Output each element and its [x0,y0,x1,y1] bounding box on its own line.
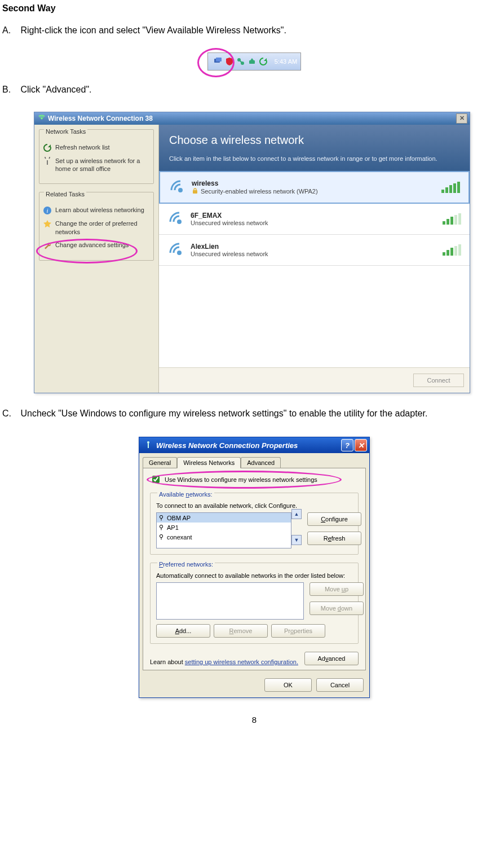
network-list: wireless Security-enabled wireless netwo… [159,171,470,367]
available-hint: To connect to an available network, clic… [156,502,352,509]
step-b: B. Click "Advanced". [2,82,504,98]
use-windows-checkbox-label: Use Windows to configure my wireless net… [165,476,317,483]
setup-wireless-network-link[interactable]: Set up a wireless network for a home or … [43,157,150,174]
adapter-icon: ⚲ [159,524,163,531]
svg-point-9 [178,188,183,192]
system-tray: 5:43 AM [207,52,301,71]
close-button[interactable]: ✕ [355,439,367,451]
svg-rect-5 [249,60,255,64]
svg-rect-23 [443,252,445,256]
move-up-button[interactable]: Move up [310,582,364,596]
list-item: ⚲AP1 [157,523,291,532]
monitor-icon[interactable] [214,57,223,66]
network-name: wireless [192,179,441,187]
tab-advanced[interactable]: Advanced [241,457,281,468]
svg-rect-11 [441,190,444,193]
svg-point-6 [41,117,43,120]
change-advanced-settings-link[interactable]: Change advanced settings [43,241,150,250]
window-title: Wireless Network Connection 38 [48,115,153,122]
svg-rect-1 [216,58,222,62]
learn-link-text: Learn about setting up wireless network … [150,659,298,665]
svg-rect-15 [457,182,460,193]
choose-network-heading: Choose a wireless network [169,134,459,147]
svg-point-16 [177,220,182,224]
tray-clock: 5:43 AM [275,58,297,65]
close-button[interactable]: ✕ [456,113,467,124]
svg-line-4 [239,60,242,63]
shield-icon[interactable] [225,57,234,66]
choose-network-subtitle: Click an item in the list below to conne… [169,155,459,163]
antenna-icon [43,157,52,166]
available-networks-legend: Available networks: [157,491,214,498]
svg-rect-26 [454,246,457,256]
preferred-hint: Automatically connect to available netwo… [156,572,352,579]
svg-rect-24 [446,250,449,256]
help-button[interactable]: ? [341,439,353,451]
adapter-icon: ⚲ [159,514,163,521]
properties-title: Wireless Network Connection Properties [156,441,298,450]
learn-link[interactable]: setting up wireless network configuratio… [185,659,298,665]
svg-rect-20 [454,215,457,225]
wireless-signal-icon [166,240,185,260]
svg-rect-13 [449,185,452,193]
preferred-networks-list[interactable] [156,582,304,620]
ok-button[interactable]: OK [264,678,312,692]
network-item-wireless[interactable]: wireless Security-enabled wireless netwo… [159,171,470,204]
properties-titlebar: Wireless Network Connection Properties ?… [139,437,369,453]
signal-bars-icon [443,244,463,256]
list-item: ⚲conexant [157,532,291,542]
svg-rect-18 [446,219,449,225]
refresh-icon [43,143,52,152]
wireless-icon [38,113,46,123]
step-b-label: B. [2,82,18,98]
scroll-down-button[interactable]: ▼ [291,535,302,545]
refresh-button[interactable]: Refresh [307,532,361,545]
configure-button[interactable]: Configure [307,512,361,526]
safely-remove-icon[interactable] [247,57,257,66]
scroll-up-button[interactable]: ▲ [291,509,302,519]
available-networks-list[interactable]: ⚲OBM AP ⚲AP1 ⚲conexant [156,512,291,548]
add-button[interactable]: Add... [156,624,210,638]
network-icon[interactable] [236,57,245,66]
connect-button[interactable]: Connect [413,374,464,387]
signal-bars-icon [443,213,463,225]
network-name: 6F_EMAX [191,212,443,220]
network-tasks-legend: Network Tasks [44,128,87,135]
heading-second-way: Second Way [2,3,504,14]
refresh-network-list-link[interactable]: Refresh network list [43,143,150,152]
svg-point-22 [177,251,182,255]
wireless-signal-icon [167,178,186,197]
list-item: ⚲OBM AP [157,513,291,523]
properties-dialog: Wireless Network Connection Properties ?… [139,437,370,698]
network-item-alexlien[interactable]: AlexLien Unsecured wireless network [159,235,470,266]
advanced-button[interactable]: Advanced [304,652,359,665]
refresh-icon[interactable] [259,57,268,66]
wrench-icon [43,241,52,250]
remove-button[interactable]: Remove [214,624,268,638]
titlebar: Wireless Network Connection 38 ✕ [34,112,470,125]
page-number: 8 [2,715,504,725]
step-a-text: Right-click the icon and select "View Av… [20,25,286,35]
svg-rect-19 [450,217,453,225]
lock-icon [192,187,198,195]
svg-rect-17 [443,221,445,225]
info-icon: i [43,206,52,215]
learn-wireless-link[interactable]: i Learn about wireless networking [43,206,150,215]
tab-general[interactable]: General [143,457,177,468]
tab-wireless-networks[interactable]: Wireless Networks [177,457,241,468]
cancel-button[interactable]: Cancel [316,678,364,692]
network-type-label: Unsecured wireless network [191,251,268,257]
network-name: AlexLien [191,243,443,251]
step-a: A. Right-click the icon and select "View… [2,23,504,39]
wireless-connection-window: Wireless Network Connection 38 ✕ Network… [34,112,470,393]
use-windows-checkbox[interactable] [152,476,160,483]
change-order-link[interactable]: Change the order of preferred networks [43,220,150,236]
svg-rect-10 [193,190,197,194]
tab-strip: General Wireless Networks Advanced [139,453,369,468]
svg-rect-14 [453,183,456,193]
network-type-label: Unsecured wireless network [191,220,268,226]
properties-button[interactable]: Properties [271,624,325,638]
network-item-6f-emax[interactable]: 6F_EMAX Unsecured wireless network [159,204,470,235]
step-c-text: Uncheck "Use Windows to configure my wir… [20,409,427,418]
move-down-button[interactable]: Move down [310,602,364,615]
